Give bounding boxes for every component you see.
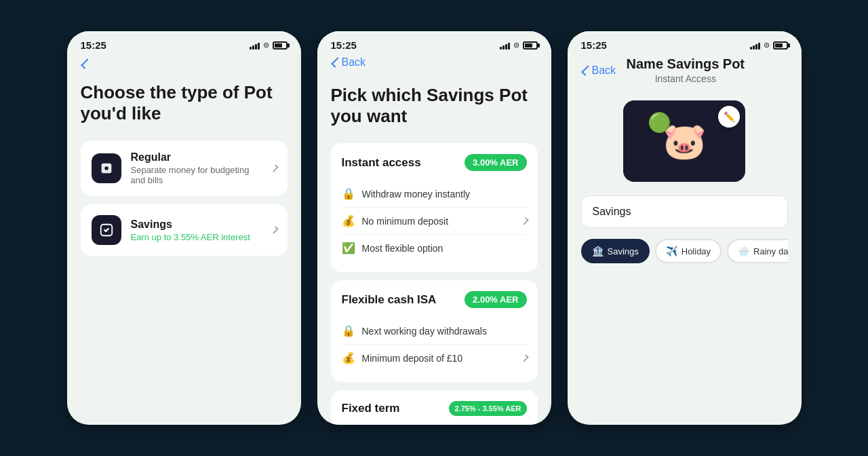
savings-pot-desc: Earn up to 3.55% AER interest xyxy=(131,232,263,242)
savings-pot-chevron xyxy=(271,227,278,234)
instant-access-card[interactable]: Instant access 3.00% AER 🔒 Withdraw mone… xyxy=(331,143,538,272)
back-button-3[interactable]: Back xyxy=(581,64,616,77)
savings-pot-icon xyxy=(92,215,121,245)
svg-point-1 xyxy=(104,167,108,171)
regular-pot-desc: Separate money for budgeting and bills xyxy=(131,165,263,185)
wifi-icon-2: ⊜ xyxy=(513,41,519,50)
back-label-3: Back xyxy=(592,64,616,77)
back-label-2: Back xyxy=(342,56,366,69)
savings-name-input[interactable] xyxy=(581,195,788,228)
phone-2-content: Back Pick which Savings Pot you want Ins… xyxy=(317,56,551,425)
instant-feature-3-text: Most flexible option xyxy=(362,243,527,254)
back-chevron-2 xyxy=(331,57,342,68)
instant-feature-2-chevron xyxy=(521,217,528,225)
tag-rainy-label: Rainy day xyxy=(753,246,787,256)
savings-pot-info: Savings Earn up to 3.55% AER interest xyxy=(131,218,263,242)
back-button-2[interactable]: Back xyxy=(331,56,366,69)
coin-icon: 🟢 xyxy=(648,111,671,134)
name-pot-title: Name Savings Pot xyxy=(616,56,755,72)
battery-icon-2 xyxy=(523,41,538,50)
regular-pot-icon xyxy=(92,153,121,183)
flexible-feature-1: 🔒 Next working day withdrawals xyxy=(342,318,527,345)
back-chevron-3 xyxy=(581,65,592,76)
phone-3: 15:25 ⊜ Back Name Savings Pot Instant Ac… xyxy=(568,31,802,425)
phone-1-content: Choose the type of Pot you'd like Regula… xyxy=(67,56,301,425)
status-bar-2: 15:25 ⊜ xyxy=(317,31,551,56)
flexible-isa-card[interactable]: Flexible cash ISA 2.00% AER 🔒 Next worki… xyxy=(331,280,538,382)
wifi-icon-1: ⊜ xyxy=(263,41,269,50)
fixed-term-badge: 2.75% - 3.55% AER xyxy=(449,401,526,416)
status-icons-3: ⊜ xyxy=(750,41,788,50)
page-title-2: Pick which Savings Pot you want xyxy=(331,85,538,127)
savings-pot-option[interactable]: Savings Earn up to 3.55% AER interest xyxy=(81,204,288,256)
flexible-feature-2-chevron xyxy=(521,354,528,362)
name-pot-header: Name Savings Pot Instant Access xyxy=(616,56,755,84)
status-icons-2: ⊜ xyxy=(500,41,538,50)
tag-savings-label: Savings xyxy=(608,246,639,256)
deposit-icon-2: 💰 xyxy=(342,352,355,364)
flexible-feature-2[interactable]: 💰 Minimum deposit of £10 xyxy=(342,345,527,371)
regular-pot-option[interactable]: Regular Separate money for budgeting and… xyxy=(81,140,288,196)
tag-container: 🏦 Savings ✈️ Holiday 🌧️ Rainy day 🚗 Car xyxy=(581,239,788,263)
wifi-icon-3: ⊜ xyxy=(764,41,770,50)
status-time-3: 15:25 xyxy=(581,39,607,51)
tag-rainy-day[interactable]: 🌧️ Rainy day xyxy=(727,239,787,263)
tag-holiday-icon: ✈️ xyxy=(666,246,677,256)
lock-icon-1: 🔒 xyxy=(342,187,355,200)
name-pot-subtitle: Instant Access xyxy=(616,73,755,84)
flexible-isa-badge: 2.00% AER xyxy=(465,291,526,308)
instant-feature-1: 🔒 Withdraw money instantly xyxy=(342,180,527,208)
instant-feature-1-text: Withdraw money instantly xyxy=(362,189,527,200)
status-bar-3: 15:25 ⊜ xyxy=(568,31,802,56)
pig-image-container: 🟢 🐷 ✏️ xyxy=(623,100,745,182)
regular-pot-name: Regular xyxy=(131,151,263,164)
flexible-isa-header: Flexible cash ISA 2.00% AER xyxy=(342,291,527,308)
check-icon-1: ✅ xyxy=(342,242,355,254)
battery-icon-1 xyxy=(273,41,288,50)
status-time-1: 15:25 xyxy=(81,39,106,51)
status-time-2: 15:25 xyxy=(331,39,357,51)
instant-feature-3: ✅ Most flexible option xyxy=(342,235,527,261)
regular-pot-chevron xyxy=(271,165,278,172)
fixed-term-title: Fixed term xyxy=(342,402,400,415)
phone-1: 15:25 ⊜ Choose the type of Pot you'd lik… xyxy=(67,31,301,425)
phone-3-content: Back Name Savings Pot Instant Access 🟢 🐷… xyxy=(568,56,802,425)
instant-access-header: Instant access 3.00% AER xyxy=(342,154,527,171)
status-bar-1: 15:25 ⊜ xyxy=(67,31,301,56)
flexible-feature-2-text: Minimum deposit of £10 xyxy=(362,353,516,364)
tag-savings-icon: 🏦 xyxy=(592,246,604,256)
signal-icon-2 xyxy=(500,41,510,50)
status-icons-1: ⊜ xyxy=(250,41,288,50)
deposit-icon-1: 💰 xyxy=(342,214,355,227)
savings-pot-name: Savings xyxy=(131,218,263,231)
page-title-1: Choose the type of Pot you'd like xyxy=(81,82,288,124)
flexible-feature-1-text: Next working day withdrawals xyxy=(362,326,527,337)
signal-icon-1 xyxy=(250,41,260,50)
back-chevron-1[interactable] xyxy=(81,58,92,69)
back-header-2: Back xyxy=(331,56,538,79)
phone-2: 15:25 ⊜ Back Pick which Savings Pot you … xyxy=(317,31,551,425)
battery-icon-3 xyxy=(773,41,788,50)
signal-icon-3 xyxy=(750,41,760,50)
instant-feature-2-text: No minimum deposit xyxy=(362,216,516,227)
instant-access-title: Instant access xyxy=(342,156,421,170)
tag-holiday-label: Holiday xyxy=(682,246,711,256)
instant-feature-2[interactable]: 💰 No minimum deposit xyxy=(342,208,527,235)
flexible-isa-title: Flexible cash ISA xyxy=(342,293,437,307)
tag-rainy-icon: 🌧️ xyxy=(738,246,749,256)
fixed-term-header: Fixed term 2.75% - 3.55% AER xyxy=(342,401,527,416)
edit-image-button[interactable]: ✏️ xyxy=(718,106,740,128)
instant-access-badge: 3.00% AER xyxy=(465,154,526,171)
lock-icon-2: 🔒 xyxy=(342,324,355,337)
regular-pot-info: Regular Separate money for budgeting and… xyxy=(131,151,263,185)
tag-savings[interactable]: 🏦 Savings xyxy=(581,239,650,263)
tag-holiday[interactable]: ✈️ Holiday xyxy=(655,239,722,263)
fixed-term-card[interactable]: Fixed term 2.75% - 3.55% AER 🔒 Your mone… xyxy=(331,390,538,425)
